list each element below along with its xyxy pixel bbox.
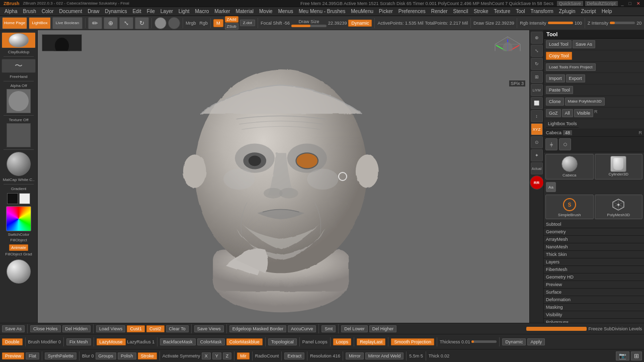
- export-btn[interactable]: Export: [566, 74, 585, 82]
- dynamic-btn[interactable]: Dynamic: [348, 20, 372, 27]
- flat-btn[interactable]: Flat: [26, 352, 39, 359]
- mir-btn[interactable]: Mir: [237, 352, 250, 359]
- masking-section[interactable]: Masking: [544, 304, 644, 311]
- smooth-projection-btn[interactable]: Smooth Projection: [391, 338, 434, 345]
- maximize-btn[interactable]: □: [627, 1, 633, 6]
- quicksave-btn[interactable]: QuickSave: [557, 1, 583, 6]
- apply-btn[interactable]: Apply: [527, 338, 545, 345]
- color-black[interactable]: [7, 193, 18, 204]
- matcap-thumb[interactable]: [7, 152, 31, 176]
- cabeca-tool-item[interactable]: Cabeca: [545, 154, 594, 179]
- color-mask-btn[interactable]: ColorMask: [197, 338, 225, 345]
- frame-icon[interactable]: ⬜: [531, 97, 543, 109]
- alpha-thumb[interactable]: [7, 89, 31, 113]
- save-views-btn[interactable]: Save Views: [194, 325, 224, 332]
- geometry-hd-section[interactable]: Geometry HD: [544, 274, 644, 281]
- render-mode-btn[interactable]: [154, 17, 167, 29]
- load-tools-project-btn[interactable]: Load Tools From Project: [546, 63, 596, 71]
- polygroups-section[interactable]: Polygroups: [544, 319, 644, 323]
- clay-buildup-brush[interactable]: [2, 32, 36, 48]
- load-tool-btn[interactable]: Load Tool: [546, 40, 572, 48]
- extract-btn[interactable]: Extract: [284, 352, 304, 359]
- zdot-btn[interactable]: Z.dot: [240, 20, 255, 26]
- menu-file[interactable]: File: [144, 8, 157, 15]
- fill-object-grad-btn[interactable]: FillObject Grad: [5, 252, 32, 256]
- actual-icon[interactable]: Actual: [531, 162, 543, 174]
- texture-off-btn[interactable]: Texture Off: [9, 118, 29, 122]
- cylinder3d-item[interactable]: Cylinder3D: [595, 154, 643, 179]
- menu-movie[interactable]: Movie: [257, 8, 275, 15]
- edgeloop-btn[interactable]: Edgeloop Masked Border: [229, 325, 287, 332]
- deformation-section[interactable]: Deformation: [544, 296, 644, 304]
- draw-size-slider[interactable]: [291, 25, 327, 27]
- load-views-btn[interactable]: Load Views: [96, 325, 125, 332]
- del-lower-btn[interactable]: Del Lower: [341, 325, 368, 332]
- menu-zplugin[interactable]: Zplugin: [556, 8, 578, 15]
- polymesh3d-item[interactable]: ✦ PolyMesh3D: [595, 195, 643, 219]
- animate-btn[interactable]: Animate: [9, 244, 28, 251]
- import-btn[interactable]: Import: [546, 74, 565, 82]
- lightbox-btn[interactable]: LightBox: [29, 17, 51, 29]
- menu-marker[interactable]: Marker: [212, 8, 232, 15]
- zadd-btn[interactable]: ZAdd: [225, 16, 238, 23]
- grid-icon-btn[interactable]: ⊞: [631, 351, 642, 360]
- goz-btn[interactable]: GoZ: [546, 109, 561, 117]
- menu-document[interactable]: Document: [57, 8, 85, 15]
- menu-preferences[interactable]: Preferences: [396, 8, 428, 15]
- preview-btn[interactable]: Preview: [2, 352, 24, 359]
- simple-brush-item[interactable]: S SimpleBrush: [545, 195, 594, 219]
- scale-mode-btn[interactable]: ⤡: [119, 17, 133, 29]
- menu-texture[interactable]: Texture: [491, 8, 513, 15]
- subd-bar[interactable]: [526, 327, 587, 331]
- transform-icon[interactable]: ⊕: [531, 32, 543, 44]
- geometry-section[interactable]: Geometry: [544, 228, 644, 236]
- del-higher-btn[interactable]: Del Higher: [369, 325, 397, 332]
- all-btn[interactable]: All: [562, 109, 573, 117]
- menu-dynamics[interactable]: Dynamics: [103, 8, 130, 15]
- mirror-btn[interactable]: Mirror: [346, 352, 364, 359]
- accucurve-btn[interactable]: AccuCurve: [288, 325, 316, 332]
- surface-section[interactable]: Surface: [544, 289, 644, 296]
- default-script[interactable]: DefaultZScript: [585, 1, 618, 6]
- menu-help[interactable]: Help: [599, 8, 615, 15]
- draw-mode-btn[interactable]: ✏: [88, 17, 102, 29]
- copy-tool-btn[interactable]: Copy Tool: [546, 52, 572, 60]
- rotate-icon[interactable]: ↻: [531, 58, 543, 70]
- menu-layer[interactable]: Layer: [158, 8, 176, 15]
- clear-to-btn[interactable]: Clear To: [166, 325, 189, 332]
- visible-btn[interactable]: Visible: [574, 109, 593, 117]
- cust2-btn[interactable]: Cust2: [146, 325, 165, 332]
- menu-light[interactable]: Light: [176, 8, 192, 15]
- synth-palette-btn[interactable]: SynthPalette: [45, 352, 76, 359]
- aahair-icon[interactable]: Aa: [546, 182, 556, 192]
- alpha-off-btn[interactable]: Alpha Off: [10, 83, 27, 88]
- menu-edit[interactable]: Edit: [130, 8, 143, 15]
- layers-section[interactable]: Layers: [544, 258, 644, 266]
- rotate-mode-btn[interactable]: ↻: [135, 17, 149, 29]
- menu-draw[interactable]: Draw: [85, 8, 102, 15]
- double-btn[interactable]: Double: [2, 338, 23, 345]
- save-as-btn[interactable]: Save As: [573, 40, 595, 48]
- polish-btn[interactable]: Polish: [118, 352, 136, 359]
- stroke-btn[interactable]: Stroke: [138, 352, 157, 359]
- home-page-btn[interactable]: Home Page: [2, 17, 27, 29]
- topological-btn[interactable]: Topological: [268, 338, 297, 345]
- floor-icon[interactable]: ⊞: [531, 71, 543, 83]
- color-picker[interactable]: [6, 206, 31, 231]
- floor-btn[interactable]: [168, 17, 180, 29]
- x-btn[interactable]: X: [202, 352, 211, 359]
- z-btn[interactable]: Z: [223, 352, 232, 359]
- subtool-section[interactable]: Subtool: [544, 221, 644, 228]
- menu-tool[interactable]: Tool: [513, 8, 527, 15]
- save-as-bot-btn[interactable]: Save As: [2, 325, 25, 332]
- dynamic-subd-btn[interactable]: Dynamic: [502, 338, 526, 345]
- zsub-btn[interactable]: ZSub: [225, 23, 238, 30]
- poly-f-icon[interactable]: ⬡: [559, 138, 571, 150]
- groups-btn[interactable]: Groups: [96, 352, 117, 359]
- color-maskblue-btn[interactable]: ColorMaskblue: [226, 338, 263, 345]
- visibility-section[interactable]: Visibility: [544, 311, 644, 319]
- paste-tool-btn[interactable]: Paste Tool: [546, 86, 573, 94]
- fibermesh-section[interactable]: FiberMesh: [544, 266, 644, 274]
- menu-macro[interactable]: Macro: [193, 8, 212, 15]
- menu-stencil[interactable]: Stencil: [451, 8, 471, 15]
